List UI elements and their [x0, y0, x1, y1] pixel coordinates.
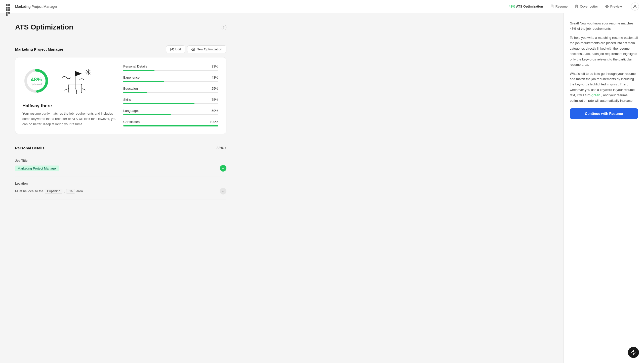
nav-links: Resume Cover Letter Preview: [547, 3, 625, 10]
donut-label: 48% Optimized: [30, 76, 42, 86]
score-left: 48% Optimized: [22, 64, 117, 127]
sidebar-p3: What’s left to do is to go through your …: [570, 71, 638, 104]
progress-pct-skills: 75%: [212, 98, 218, 102]
preview-link[interactable]: Preview: [602, 3, 625, 10]
progress-label-certificates: Certificates: [123, 120, 140, 124]
halfway-desc: Your resume partly matches the job requi…: [22, 111, 117, 127]
location-state: CA: [66, 189, 75, 194]
progress-pct-education: 25%: [212, 87, 218, 90]
help-icon[interactable]: ?: [221, 25, 226, 30]
progress-label-experience: Experience: [123, 76, 140, 79]
job-title-tag: Marketing Project Manager: [15, 166, 59, 171]
location-row: Must be local to the Cupertino , CA area…: [15, 188, 226, 194]
progress-pct-certificates: 100%: [210, 120, 218, 124]
preview-icon: [605, 5, 609, 8]
check-icon-job-title: [220, 165, 226, 172]
progress-label-languages: Languages: [123, 109, 139, 113]
top-navigation: Marketing Project Manager 48% ATS Optimi…: [0, 0, 644, 13]
svg-line-16: [82, 88, 86, 90]
personal-details-pct: 33% ›: [217, 146, 226, 150]
cover-letter-icon: [575, 5, 578, 8]
continue-with-resume-button[interactable]: Continue with Resume: [570, 108, 638, 119]
sidebar-p2: To help you write a matching resume easi…: [570, 35, 638, 68]
app-title: Marketing Project Manager: [15, 5, 505, 9]
new-optimization-button[interactable]: New Optimization: [187, 45, 226, 53]
progress-label-education: Education: [123, 87, 138, 90]
score-right: Personal Details 33% Experience 43% Educ…: [117, 64, 218, 127]
job-title-row: Marketing Project Manager: [15, 165, 226, 172]
progress-pct-languages: 50%: [212, 109, 218, 113]
donut-pct: 48%: [30, 76, 42, 83]
progress-certificates: Certificates 100%: [123, 120, 218, 126]
sidebar-panel: Great! Now you know your resume matches …: [564, 13, 644, 363]
donut-sub: Optimized: [30, 83, 42, 86]
location-label: Location: [15, 182, 226, 185]
progress-education: Education 25%: [123, 87, 218, 93]
progress-pct-personal: 33%: [212, 64, 218, 68]
progress-skills: Skills 75%: [123, 98, 218, 104]
svg-rect-0: [551, 5, 553, 8]
settings-icon: [191, 48, 195, 51]
progress-label-skills: Skills: [123, 98, 131, 102]
job-title-label: Job Title: [15, 159, 226, 162]
sidebar-p1: Great! Now you know your resume matches …: [570, 21, 638, 31]
location-city: Cupertino: [45, 189, 62, 194]
ats-score-badge: 48% ATS Optimization: [509, 5, 543, 8]
svg-point-7: [606, 6, 607, 7]
donut-area: 48% Optimized: [22, 64, 117, 97]
personal-details-title: Personal Details: [15, 146, 45, 150]
progress-experience: Experience 43%: [123, 76, 218, 82]
location-field: Location Must be local to the Cupertino …: [15, 177, 226, 200]
location-sep: ,: [64, 189, 65, 193]
job-section-title: Marketing Project Manager: [15, 47, 63, 51]
donut-chart: 48% Optimized: [22, 67, 50, 95]
user-avatar[interactable]: [631, 3, 639, 11]
ats-label-text: ATS Optimization: [516, 5, 543, 8]
bottom-icon[interactable]: [628, 347, 639, 358]
sidebar-text: Great! Now you know your resume matches …: [570, 21, 638, 103]
page-title: ATS Optimization: [15, 23, 73, 31]
edit-icon: [170, 48, 174, 51]
personal-details-header[interactable]: Personal Details 33% ›: [15, 142, 226, 154]
personal-details-section: Personal Details 33% › Job Title Marketi…: [15, 142, 226, 200]
resume-link[interactable]: Resume: [547, 3, 571, 10]
illustration: [55, 64, 95, 97]
sidebar-keyword-green: green: [591, 93, 600, 97]
location-text: Must be local to the Cupertino , CA area…: [15, 189, 84, 194]
main-content: ATS Optimization ? Marketing Project Man…: [0, 13, 242, 363]
sidebar-keyword-grey: grey: [610, 82, 617, 86]
chevron-right-icon: ›: [225, 146, 226, 150]
grid-menu-icon[interactable]: [5, 4, 11, 10]
svg-rect-4: [575, 5, 578, 8]
svg-point-8: [634, 5, 636, 7]
ats-pct: 48%: [509, 5, 515, 8]
progress-label-personal: Personal Details: [123, 64, 147, 68]
job-section-header: Marketing Project Manager Edit New Optim…: [15, 45, 226, 53]
progress-personal-details: Personal Details 33%: [123, 64, 218, 71]
job-title-field: Job Title Marketing Project Manager: [15, 154, 226, 177]
location-text-before: Must be local to the: [15, 189, 44, 193]
score-card: 48% Optimized: [15, 57, 226, 134]
location-text-after: area.: [76, 189, 84, 193]
grey-check-location: [220, 188, 226, 194]
resume-icon: [550, 5, 554, 8]
grey-checkmark-icon: [221, 189, 225, 193]
checkmark-icon: [221, 167, 225, 170]
halfway-title: Halfway there: [22, 103, 117, 109]
action-buttons: Edit New Optimization: [166, 45, 226, 53]
edit-button[interactable]: Edit: [166, 45, 185, 53]
main-wrapper: ATS Optimization ? Marketing Project Man…: [0, 13, 644, 363]
lightning-icon: [631, 350, 636, 355]
progress-languages: Languages 50%: [123, 109, 218, 115]
progress-pct-experience: 43%: [212, 76, 218, 79]
cover-letter-link[interactable]: Cover Letter: [572, 3, 601, 10]
user-icon: [633, 4, 637, 9]
svg-line-15: [64, 88, 69, 90]
svg-point-9: [193, 49, 194, 50]
svg-marker-13: [75, 71, 82, 76]
